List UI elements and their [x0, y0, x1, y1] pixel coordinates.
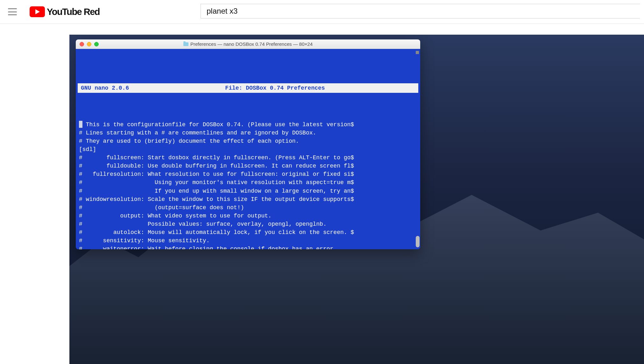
nano-filename: File: DOSBox 0.74 Preferences — [167, 84, 415, 92]
editor-line: # If you end up with small window on a l… — [79, 187, 417, 195]
editor-line: # fullscreen: Start dosbox directly in f… — [79, 154, 417, 162]
editor-line: # Possible values: surface, overlay, ope… — [79, 220, 417, 228]
folder-icon — [183, 42, 188, 46]
editor-line: [sdl] — [79, 145, 417, 154]
editor-line: # fulldouble: Use double buffering in fu… — [79, 162, 417, 170]
editor-line: # waitonerror: Wait before closing the c… — [79, 245, 417, 249]
video-player-area[interactable]: Preferences — nano DOSBox 0.74 Preferenc… — [69, 35, 644, 364]
editor-line: # (output=surface does not!) — [79, 203, 417, 212]
terminal-body[interactable]: GNU nano 2.0.6 File: DOSBox 0.74 Prefere… — [76, 49, 420, 249]
editor-line: This is the configurationfile for DOSBox… — [79, 120, 417, 129]
window-titlebar[interactable]: Preferences — nano DOSBox 0.74 Preferenc… — [76, 39, 420, 49]
editor-line: # They are used to (briefly) document th… — [79, 137, 417, 145]
search-input[interactable] — [201, 4, 640, 18]
nano-version: GNU nano 2.0.6 — [81, 84, 167, 92]
scroll-indicator-icon — [416, 51, 419, 54]
editor-line: # Using your monitor's native resolution… — [79, 178, 417, 187]
editor-line: # Lines starting with a # are commentlin… — [79, 129, 417, 137]
editor-line: # autolock: Mouse will automatically loc… — [79, 228, 417, 237]
nano-header-bar: GNU nano 2.0.6 File: DOSBox 0.74 Prefere… — [78, 83, 418, 93]
editor-line: # fullresolution: What resolution to use… — [79, 170, 417, 178]
menu-icon[interactable] — [8, 8, 17, 15]
play-icon — [30, 6, 45, 17]
editor-line: # windowresolution: Scale the window to … — [79, 195, 417, 203]
youtube-logo[interactable]: YouTube Red — [30, 6, 100, 17]
window-title-text: Preferences — nano DOSBox 0.74 Preferenc… — [190, 41, 313, 47]
editor-content[interactable]: This is the configurationfile for DOSBox… — [76, 120, 420, 249]
editor-line: # sensitivity: Mouse sensitivity. — [79, 237, 417, 245]
terminal-window: Preferences — nano DOSBox 0.74 Preferenc… — [76, 39, 420, 249]
scrollbar-thumb[interactable] — [416, 236, 420, 247]
editor-line: # output: What video system to use for o… — [79, 212, 417, 220]
window-title: Preferences — nano DOSBox 0.74 Preferenc… — [76, 41, 420, 47]
logo-text: YouTube Red — [47, 7, 100, 17]
cursor-icon — [79, 121, 82, 128]
